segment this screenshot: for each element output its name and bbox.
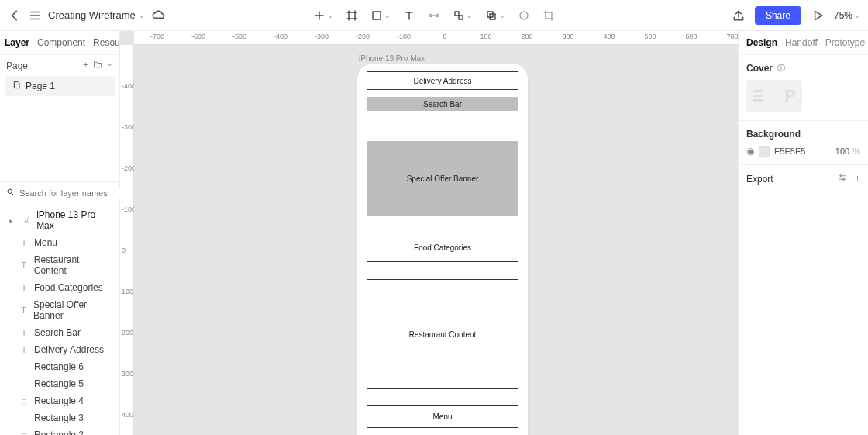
design-frame[interactable]: Delivery Address Search Bar Special Offe… xyxy=(357,64,528,435)
toolbar-right: Share 75%⌄ xyxy=(732,6,860,25)
tab-prototype[interactable]: Prototype xyxy=(825,37,865,48)
color-swatch[interactable] xyxy=(759,146,770,157)
right-panel-tabs: Design Handoff Prototype xyxy=(739,31,868,55)
layer-item[interactable]: TFood Categories xyxy=(0,279,119,296)
layer-item[interactable]: TSearch Bar xyxy=(0,324,119,341)
page-item[interactable]: Page 1 xyxy=(5,76,115,96)
crop-tool[interactable] xyxy=(542,9,555,22)
info-icon[interactable]: ⓘ xyxy=(777,63,785,74)
background-label: Background xyxy=(746,129,860,140)
layer-name: Rectangle 5 xyxy=(34,378,84,389)
export-icon[interactable] xyxy=(732,9,746,22)
layer-name: Special Offer Banner xyxy=(33,299,113,321)
page-icon xyxy=(12,81,21,91)
wireframe-box[interactable]: Special Offer Banner xyxy=(367,141,518,216)
frame-icon: # xyxy=(22,215,33,226)
play-icon[interactable] xyxy=(811,9,825,22)
ruler-vertical: -400 -300 -200 -100 0 100 200 300 400 xyxy=(120,45,134,435)
wireframe-box[interactable]: Food Categories xyxy=(367,233,518,262)
toolbar-left: Creating Wireframe ⌄ xyxy=(8,9,165,22)
wireframe-box[interactable]: Restaurant Content xyxy=(367,279,518,389)
layer-name: Rectangle 4 xyxy=(34,395,84,406)
text-icon: T xyxy=(19,305,29,316)
export-section: Export + xyxy=(739,165,868,192)
layer-item[interactable]: TMenu xyxy=(0,234,119,251)
shape-tool[interactable]: ⌄ xyxy=(370,9,391,22)
layer-item[interactable]: TRestaurant Content xyxy=(0,251,119,279)
tab-layer[interactable]: Layer xyxy=(5,37,29,48)
zoom-control[interactable]: 75%⌄ xyxy=(834,10,860,21)
layer-search-input[interactable] xyxy=(19,188,126,198)
tab-component[interactable]: Component xyxy=(37,37,85,48)
tab-design[interactable]: Design xyxy=(746,37,777,48)
chevron-down-icon[interactable]: ⌄ xyxy=(107,60,113,71)
back-icon[interactable] xyxy=(8,9,22,22)
background-hex[interactable]: E5E5E5 xyxy=(774,147,805,156)
wireframe-box[interactable]: Delivery Address xyxy=(367,71,518,90)
toolbar-center: ⌄ ⌄ ⌄ ⌄ xyxy=(313,9,555,22)
layer-item[interactable]: —Rectangle 5 xyxy=(0,375,119,392)
rect-icon: □ xyxy=(19,395,29,406)
svg-line-22 xyxy=(12,192,14,195)
tab-handoff[interactable]: Handoff xyxy=(785,37,818,48)
layer-name: Menu xyxy=(34,237,57,248)
line-icon: — xyxy=(19,378,29,389)
page-section-title: Page xyxy=(6,60,28,71)
canvas-area[interactable]: -700 -600 -500 -400 -300 -200 -100 0 100… xyxy=(120,31,738,435)
rect-icon: □ xyxy=(19,430,29,435)
add-page-icon[interactable]: + xyxy=(83,60,88,71)
cover-section: Coverⓘ P xyxy=(739,55,868,121)
layer-name: Restaurant Content xyxy=(34,254,113,276)
svg-rect-16 xyxy=(459,16,463,19)
wireframe-box[interactable]: Menu xyxy=(367,405,518,428)
layer-item[interactable]: —Rectangle 3 xyxy=(0,409,119,426)
boolean-tool[interactable]: ⌄ xyxy=(485,9,505,22)
text-icon: T xyxy=(19,237,29,248)
svg-point-19 xyxy=(520,12,528,19)
layer-item[interactable]: —Rectangle 6 xyxy=(0,358,119,375)
ruler-horizontal: -700 -600 -500 -400 -300 -200 -100 0 100… xyxy=(134,31,738,45)
chevron-down-icon: ⌄ xyxy=(139,12,145,19)
visibility-icon[interactable]: ◉ xyxy=(746,146,754,157)
search-icon xyxy=(6,188,15,199)
document-title-text: Creating Wireframe xyxy=(48,9,136,21)
menu-icon[interactable] xyxy=(28,9,42,22)
share-button[interactable]: Share xyxy=(755,6,801,25)
document-title[interactable]: Creating Wireframe ⌄ xyxy=(48,9,145,21)
layer-name: Rectangle 3 xyxy=(34,413,84,423)
layer-search xyxy=(0,181,119,203)
top-toolbar: Creating Wireframe ⌄ ⌄ ⌄ ⌄ ⌄ Share 75%⌄ xyxy=(0,0,868,31)
background-opacity[interactable]: 100 xyxy=(835,147,849,156)
svg-marker-20 xyxy=(815,11,822,19)
svg-rect-9 xyxy=(373,12,381,19)
cloud-sync-icon[interactable] xyxy=(151,9,165,22)
component-tool[interactable]: ⌄ xyxy=(453,9,473,22)
layer-name: Rectangle 6 xyxy=(34,361,84,372)
frame-label[interactable]: iPhone 13 Pro Max xyxy=(359,54,425,63)
layer-name: Food Categories xyxy=(34,282,103,293)
left-panel-tabs: Layer Component Resource xyxy=(0,31,119,55)
left-panel: Layer Component Resource Page + ⌄ Page 1… xyxy=(0,31,120,435)
layer-tree: ▸ # iPhone 13 Pro Max TMenu TRestaurant … xyxy=(0,203,119,435)
layer-item[interactable]: TSpecial Offer Banner xyxy=(0,296,119,324)
layer-frame-root[interactable]: ▸ # iPhone 13 Pro Max xyxy=(0,206,119,234)
layer-item[interactable]: □Rectangle 4 xyxy=(0,392,119,409)
add-export-icon[interactable]: + xyxy=(855,173,860,185)
folder-icon[interactable] xyxy=(93,60,102,71)
text-icon: T xyxy=(19,282,29,293)
layer-name: Search Bar xyxy=(34,327,81,338)
export-settings-icon[interactable] xyxy=(838,173,847,185)
connector-tool[interactable] xyxy=(428,9,440,22)
background-section: Background ◉ E5E5E5 100 % xyxy=(739,121,868,165)
mask-tool[interactable] xyxy=(518,9,530,22)
add-tool[interactable]: ⌄ xyxy=(313,9,333,22)
layer-item[interactable]: TDelivery Address xyxy=(0,341,119,358)
chevron-icon: ▸ xyxy=(6,215,17,226)
layer-item[interactable]: □Rectangle 2 xyxy=(0,426,119,435)
cover-label: Cover xyxy=(746,63,773,74)
canvas[interactable]: iPhone 13 Pro Max Delivery Address Searc… xyxy=(134,45,738,435)
cover-thumbnail[interactable]: P xyxy=(746,80,802,112)
wireframe-box[interactable]: Search Bar xyxy=(367,97,518,111)
frame-tool[interactable] xyxy=(346,9,358,22)
text-tool[interactable] xyxy=(403,9,415,22)
